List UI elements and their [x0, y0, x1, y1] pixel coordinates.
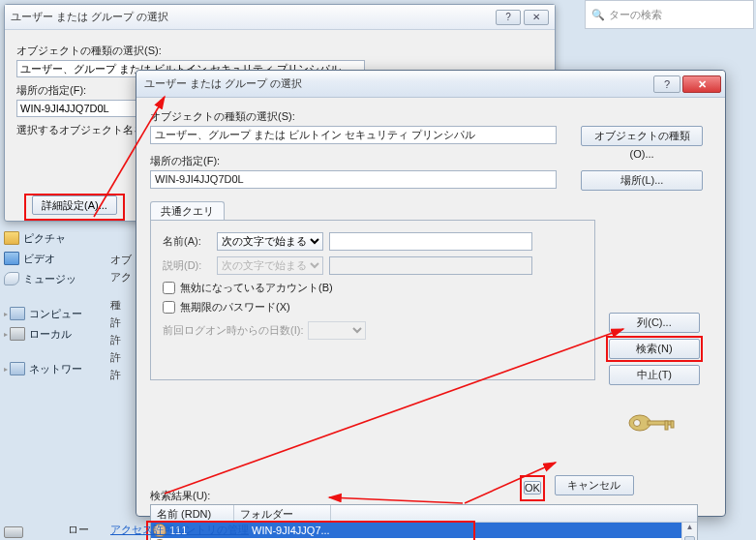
right-buttons: 列(C)... 検索(N) 中止(T)	[609, 313, 700, 391]
expand-icon: ▸	[4, 365, 8, 374]
manage-permission-entries-link[interactable]: アクセス許可エントリの管理	[110, 523, 249, 537]
cancel-button[interactable]: キャンセル	[555, 475, 634, 495]
sidebar-item-localdisk[interactable]: ▸ローカル	[4, 324, 101, 344]
tab-common-query[interactable]: 共通クエリ	[150, 201, 225, 221]
dialog-title: ユーザー または グループ の選択	[144, 76, 651, 91]
folder-icon	[4, 231, 19, 245]
highlight-search: 検索(N)	[606, 336, 703, 362]
name-input[interactable]	[329, 232, 532, 251]
location-label: 場所の指定(F):	[150, 154, 711, 168]
disabled-accounts-checkbox[interactable]: 無効になっているアカウント(B)	[163, 279, 583, 296]
search-icon: 🔍	[591, 9, 605, 21]
svg-rect-2	[665, 421, 668, 430]
sidebar-item-music[interactable]: ミュージッ	[4, 269, 101, 288]
video-icon	[4, 252, 19, 265]
days-select	[308, 321, 366, 340]
close-button[interactable]: ✕	[524, 10, 549, 25]
sidebar-item-network[interactable]: ▸ネットワー	[4, 359, 101, 378]
sidebar-item-pictures[interactable]: ピクチャ	[4, 228, 101, 248]
results-label: 検索結果(U):	[150, 489, 210, 503]
select-user-dialog-advanced: ユーザー または グループ の選択 ? ✕ オブジェクトの種類の選択(S): ユ…	[136, 70, 726, 517]
music-icon	[4, 272, 19, 285]
dialog-title: ユーザー または グループ の選択	[11, 10, 493, 24]
sidebar-item-video[interactable]: ビデオ	[4, 249, 101, 268]
titlebar[interactable]: ユーザー または グループ の選択 ? ✕	[136, 71, 725, 98]
locations-button[interactable]: 場所(L)...	[581, 170, 703, 191]
drive-icon	[10, 327, 25, 341]
object-type-label: オブジェクトの種類の選択(S):	[16, 44, 543, 58]
location-field[interactable]: WIN-9JI4JJQ7D0L	[150, 170, 557, 189]
object-type-label: オブジェクトの種類の選択(S):	[150, 109, 711, 124]
network-icon	[10, 362, 25, 375]
search-key-icon	[626, 409, 680, 436]
no-expire-checkbox[interactable]: 無期限のパスワード(X)	[163, 298, 583, 315]
tabstrip: 共通クエリ	[150, 200, 711, 220]
svg-rect-1	[648, 421, 673, 425]
explorer-sidebar: ピクチャ ビデオ ミュージッ ▸コンピュー ▸ローカル ▸ネットワー	[4, 227, 101, 379]
help-button[interactable]: ?	[496, 10, 521, 25]
desc-match-select: 次の文字で始まる	[217, 256, 323, 275]
listview-header[interactable]: 名前 (RDN) フォルダー	[151, 505, 697, 523]
stop-button[interactable]: 中止(T)	[609, 365, 700, 385]
bottom-local-label: ロー	[68, 523, 89, 537]
cell-folder: WIN-9JI4JJQ7...	[252, 525, 348, 536]
highlight-ok: OK	[520, 475, 545, 501]
advanced-button[interactable]: 詳細設定(A)...	[32, 195, 117, 215]
help-button[interactable]: ?	[653, 75, 680, 93]
dialog-buttons: OK キャンセル	[520, 475, 634, 501]
computer-icon	[10, 307, 25, 320]
search-placeholder: ターの検索	[609, 8, 662, 22]
expand-icon: ▸	[4, 330, 8, 339]
scrollbar[interactable]: ▲ ▼	[681, 523, 697, 540]
name-label: 名前(A):	[163, 234, 217, 249]
col-name[interactable]: 名前 (RDN)	[151, 505, 234, 522]
expand-icon: ▸	[4, 310, 8, 318]
titlebar[interactable]: ユーザー または グループ の選択 ? ✕	[5, 5, 555, 30]
name-match-select[interactable]: 次の文字で始まる	[217, 232, 323, 251]
ok-button[interactable]: OK	[524, 481, 541, 495]
days-since-logon-label: 前回ログオン時からの日数(I):	[163, 323, 308, 338]
svg-point-4	[634, 420, 641, 427]
common-query-group: 名前(A): 次の文字で始まる 説明(D): 次の文字で始まる 無効になっている…	[150, 220, 595, 380]
col-folder[interactable]: フォルダー	[234, 505, 331, 522]
scroll-up-icon[interactable]: ▲	[682, 523, 697, 536]
object-types-button[interactable]: オブジェクトの種類(O)...	[581, 126, 703, 146]
drive-icon	[4, 526, 23, 538]
close-button[interactable]: ✕	[682, 75, 721, 93]
desc-label: 説明(D):	[163, 258, 217, 273]
sidebar-item-computer[interactable]: ▸コンピュー	[4, 304, 101, 323]
explorer-search-box[interactable]: 🔍 ターの検索	[585, 0, 754, 29]
desc-input	[329, 256, 532, 275]
svg-rect-3	[671, 421, 674, 428]
scroll-thumb[interactable]	[684, 536, 695, 540]
columns-button[interactable]: 列(C)...	[609, 313, 700, 333]
search-button[interactable]: 検索(N)	[609, 339, 700, 359]
object-type-field[interactable]: ユーザー、グループ または ビルトイン セキュリティ プリンシパル	[150, 126, 557, 144]
